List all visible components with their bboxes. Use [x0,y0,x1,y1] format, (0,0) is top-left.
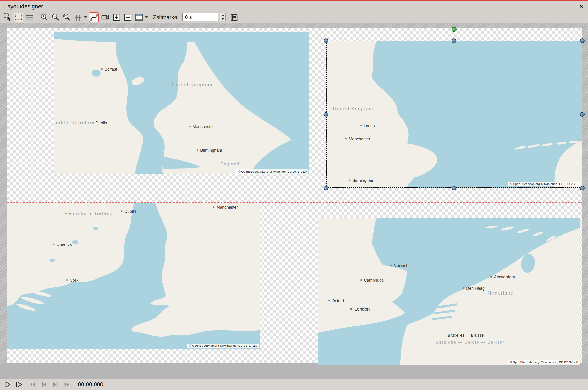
map-item-top-left[interactable]: Belfast Dublin Manchester Birmingham Uni… [54,32,309,175]
remove-icon[interactable] [123,12,133,22]
skip-back-icon[interactable] [29,381,37,389]
map4-label-den-haag: Den Haag [466,286,485,291]
map3-label-republic-of-ireland: Republic of Ireland [64,211,113,216]
map4-label-norwich: Norwich [394,263,408,268]
map4-attribution: © OpenStreetMap.org-Mitwirkende, CC BY-S… [508,360,580,364]
save-icon[interactable] [229,12,239,22]
map1-label-birmingham: Birmingham [200,148,222,153]
grid-tool-group [73,12,87,22]
layoutdesigner-window: Layoutdesigner ✕ [0,0,588,390]
map1-svg: Belfast Dublin Manchester Birmingham Uni… [54,32,309,175]
add-icon[interactable] [112,12,121,22]
layer-list-icon[interactable] [25,12,35,22]
zoom-out-icon[interactable] [51,12,60,22]
map4-label-bruxelles: Bruxelles — Brussel [448,333,485,338]
rotation-handle[interactable] [451,27,457,32]
title-bar: Layoutdesigner ✕ [0,1,588,11]
map3-label-limerick: Limerick [56,242,72,247]
map3-label-dublin: Dublin [124,209,136,214]
grid-icon[interactable] [73,12,83,22]
playlist-dropdown-icon[interactable] [145,16,148,18]
map4-label-london: London [354,307,370,312]
selection-handle-middle-right[interactable] [580,112,585,117]
map1-label-united-kingdom: United Kingdom [172,82,212,87]
map-item-bottom-left[interactable]: Republic of Ireland Dublin Manchester Li… [7,203,260,348]
map-item-bottom-right[interactable]: London Oxford Cambridge Norwich Amsterda… [318,218,581,365]
fast-forward-icon[interactable] [63,381,71,389]
previous-frame-icon[interactable] [40,381,48,389]
map1-label-manchester: Manchester [193,124,214,129]
zoom-fit-icon[interactable] [62,12,72,22]
marquee-select-icon[interactable] [3,12,12,22]
map1-label-england: England [221,162,240,166]
selection-handle-top-right[interactable] [580,39,585,43]
canvas-bottom-band [0,363,588,379]
map1-label-republic-of-ireland: public of Ireland [54,120,96,125]
zeitmarke-spinner [220,13,226,21]
next-frame-icon[interactable] [51,381,59,389]
play-from-marker-icon[interactable] [15,381,23,389]
toolbar: Zeitmarke: [0,11,588,23]
region-select-icon[interactable] [14,12,23,22]
map1-label-belfast: Belfast [104,67,117,72]
playlist-tool-group [134,12,148,22]
grid-dropdown-icon[interactable] [84,16,87,18]
center-guide-horizontal [7,202,582,202]
curve-icon[interactable] [89,12,99,22]
map4-label-nederland: Nederland [488,290,514,295]
close-icon[interactable]: ✕ [579,3,584,9]
map4-label-oxford: Oxford [332,299,344,303]
selection-handle-middle-left[interactable] [324,112,328,117]
spinner-up-icon[interactable] [220,13,225,17]
playlist-icon[interactable] [134,12,144,22]
zeitmarke-input[interactable] [183,13,218,21]
window-title: Layoutdesigner [4,3,43,10]
selection-handle-top-left[interactable] [324,39,328,43]
toolbar-separator [36,17,38,17]
map3-label-manchester: Manchester [216,205,238,210]
zeitmarke-label: Zeitmarke: [153,14,179,20]
camera-icon[interactable] [101,12,110,22]
map1-label-dublin: Dublin [96,121,107,125]
center-guide-vertical [297,28,298,363]
selection-handle-bottom-left[interactable] [324,186,328,191]
play-icon[interactable] [4,381,11,389]
map4-label-belgique: Belgique — België — Belgien [436,340,505,344]
transport-bar: 00:00.000 [0,379,588,390]
time-display: 00:00.000 [78,381,103,388]
selection-border [326,41,582,188]
layout-canvas[interactable]: Belfast Dublin Manchester Birmingham Uni… [0,23,588,379]
map4-svg: London Oxford Cambridge Norwich Amsterda… [318,218,581,365]
selection-handle-bottom-center[interactable] [452,186,456,191]
map3-label-cork: Cork [70,278,79,283]
zoom-in-icon[interactable] [40,12,49,22]
map3-attribution: © OpenStreetMap.org-Mitwirkende, CC BY-S… [187,343,259,348]
map4-label-cambridge: Cambridge [364,278,384,283]
selection-handle-bottom-right[interactable] [580,186,585,191]
selection-handle-top-center[interactable] [452,39,456,43]
map3-svg: Republic of Ireland Dublin Manchester Li… [7,203,260,348]
map4-label-amsterdam: Amsterdam [494,275,515,279]
spinner-down-icon[interactable] [220,17,225,21]
